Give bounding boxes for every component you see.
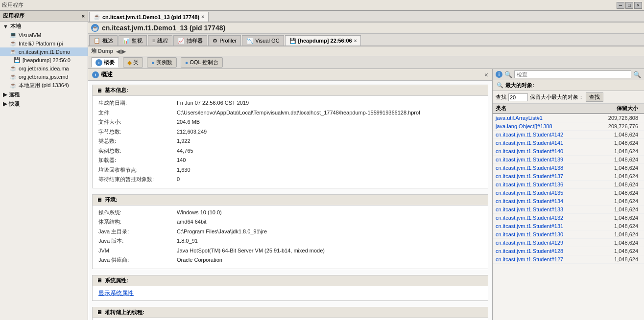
class-name-link[interactable]: cn.itcast.jvm.t1.Student#138 (496, 165, 597, 171)
app-title: cn.itcast.jvm.t1.Demo1_13 (pid 17748) (102, 24, 225, 32)
jetbrains-idea-icon: ☕ (10, 65, 17, 71)
class-name-link[interactable]: cn.itcast.jvm.t1.Student#133 (496, 206, 597, 212)
virtualvm-icon: 💻 (10, 32, 17, 38)
class-name-link[interactable]: cn.itcast.jvm.t1.Student#142 (496, 132, 597, 137)
heapdump-icon: 💾 (14, 57, 21, 63)
env-title: 🖥 环境: (93, 195, 488, 206)
sidebar-item-virtualvm[interactable]: 💻 VisualVM (0, 31, 88, 39)
info-instances: 实例总数: 44,765 (98, 147, 482, 155)
monitor-icon: 📊 (123, 38, 130, 44)
back-button[interactable]: ◀ (116, 48, 120, 55)
class-size: 1,048,624 (597, 248, 641, 254)
panel-content: 🖥 基本信息: 生成的日期: Fri Jun 07 22:56:06 CST 2… (88, 81, 492, 320)
sidebar-item-demo[interactable]: ☕ cn.itcast.jvm.t1.Demo (0, 47, 88, 56)
sidebar-title: 应用程序 (3, 12, 24, 20)
info-loaders: 加载器: 140 (98, 156, 482, 164)
main-tab-close[interactable]: × (201, 14, 204, 20)
right-panel-info-icon: i (496, 71, 502, 78)
query-count-input[interactable] (508, 93, 528, 101)
class-size: 1,048,624 (597, 173, 641, 179)
tab-heapdump[interactable]: 💾 [heapdump] 22:56:06 × (285, 35, 361, 46)
jetbrains-jps-icon: ☕ (10, 73, 17, 80)
info-arch: 体系结构: amd64 64bit (98, 218, 482, 226)
heapdump-tab-close[interactable]: × (354, 38, 357, 44)
tab-profiler[interactable]: ⚙ Profiler (208, 35, 241, 46)
table-row: cn.itcast.jvm.t1.Student#140 1,048,624 (493, 147, 644, 156)
info-pending: 等待结束的暂挂对象数: 0 (98, 175, 482, 183)
class-name-link[interactable]: cn.itcast.jvm.t1.Student#140 (496, 148, 597, 154)
class-name-link[interactable]: java.lang.Object[]#1388 (496, 123, 597, 129)
tab-monitor[interactable]: 📊 监视 (119, 35, 147, 46)
search-icon-btn[interactable]: 🔍 (633, 71, 641, 78)
table-row: java.util.ArrayList#1 209,726,808 (493, 114, 644, 122)
sidebar-item-remote[interactable]: ▶ 远程 (0, 90, 88, 99)
table-row: cn.itcast.jvm.t1.Student#127 1,048,624 (493, 255, 644, 264)
main-tab[interactable]: ☕ cn.itcast.jvm.t1.Demo1_13 (pid 17748) … (89, 12, 209, 22)
table-row: cn.itcast.jvm.t1.Student#136 1,048,624 (493, 181, 644, 189)
sidebar-item-jetbrains-idea[interactable]: ☕ org.jetbrains.idea.ma (0, 64, 88, 72)
nav-tab-class[interactable]: ◆ 类 (123, 57, 143, 68)
class-name-link[interactable]: cn.itcast.jvm.t1.Student#141 (496, 140, 597, 146)
class-name-link[interactable]: cn.itcast.jvm.t1.Student#130 (496, 231, 597, 237)
info-java-home: Java 主目录: C:\Program Files\Java\jdk1.8.0… (98, 228, 482, 236)
right-panel-header: i 🔍 🔍 (493, 69, 644, 80)
info-date: 生成的日期: Fri Jun 07 22:56:06 CST 2019 (98, 99, 482, 107)
overview-close-button[interactable]: × (484, 71, 488, 79)
maximize-button[interactable]: □ (625, 2, 633, 9)
sidebar-item-intellij[interactable]: ☕ IntelliJ Platform (pi (0, 39, 88, 47)
table-row: cn.itcast.jvm.t1.Student#129 1,048,624 (493, 239, 644, 247)
search-input[interactable] (514, 70, 631, 78)
heap-toolbar: 堆 Dump ◀ ▶ (88, 46, 644, 56)
nav-overview-icon: i (95, 59, 102, 66)
nav-tab-oql[interactable]: ● OQL 控制台 (181, 57, 223, 68)
class-name-link[interactable]: cn.itcast.jvm.t1.Student#137 (496, 173, 597, 179)
heap-threads-body: 显示线程 (93, 318, 488, 320)
nav-tab-overview[interactable]: i 概要 (91, 57, 119, 68)
sidebar-header-icon: × (82, 13, 85, 19)
class-name-link[interactable]: cn.itcast.jvm.t1.Student#127 (496, 256, 597, 262)
show-sys-props-link[interactable]: 显示系统属性 (98, 290, 134, 297)
class-name-link[interactable]: cn.itcast.jvm.t1.Student#128 (496, 248, 597, 254)
col-size-header: 保留大小 (597, 105, 641, 112)
info-jvm: JVM: Java HotSpot(TM) 64-Bit Server VM (… (98, 247, 482, 255)
sidebar-item-heapdump[interactable]: 💾 [heapdump] 22:56:0 (0, 56, 88, 64)
env-icon: 🖥 (96, 197, 102, 203)
tab-sampler[interactable]: 📈 抽样器 (173, 35, 207, 46)
class-size: 1,048,624 (597, 190, 641, 196)
table-row: cn.itcast.jvm.t1.Student#128 1,048,624 (493, 247, 644, 255)
class-size: 1,048,624 (597, 182, 641, 187)
nav-tab-instances[interactable]: ● 实例数 (147, 57, 177, 68)
tab-threads[interactable]: ≡ 线程 (148, 35, 172, 46)
info-bytes: 字节总数: 212,603,249 (98, 128, 482, 136)
search-objects-button[interactable]: 查找 (586, 92, 603, 102)
sidebar-item-jetbrains-jps[interactable]: ☕ org.jetbrains.jps.cmd (0, 72, 88, 81)
class-name-link[interactable]: cn.itcast.jvm.t1.Student#129 (496, 240, 597, 246)
class-name-link[interactable]: cn.itcast.jvm.t1.Student#135 (496, 190, 597, 196)
class-name-link[interactable]: cn.itcast.jvm.t1.Student#134 (496, 198, 597, 204)
heapdump-tab-icon: 💾 (289, 38, 296, 44)
toolbar-tabs: 📋 概述 📊 监视 ≡ 线程 📈 抽样器 ⚙ Profiler 📉 Visu (88, 34, 644, 46)
tab-visualgc[interactable]: 📉 Visual GC (242, 35, 284, 46)
sidebar: 应用程序 × ▼ 本地 💻 VisualVM ☕ IntelliJ Platfo… (0, 11, 88, 320)
tab-overview[interactable]: 📋 概述 (89, 35, 118, 46)
env-body: 操作系统: Windows 10 (10.0) 体系结构: amd64 64bi… (93, 206, 488, 269)
table-header: 类名 保留大小 (493, 104, 644, 114)
class-name-link[interactable]: cn.itcast.jvm.t1.Student#139 (496, 157, 597, 162)
query-row: 查找 保留大小最大的对象： 查找 (493, 91, 644, 104)
overview-info-icon: i (92, 71, 99, 78)
sidebar-item-local[interactable]: ▼ 本地 (0, 22, 88, 31)
title-bar: 应用程序 ─ □ × (0, 0, 644, 11)
sidebar-item-snapshot[interactable]: ▶ 快照 (0, 99, 88, 109)
nav-bar: i 概要 ◆ 类 ● 实例数 ● OQL 控制台 (88, 56, 644, 69)
largest-objects-title: 最大的对象: (505, 82, 534, 89)
close-window-button[interactable]: × (634, 2, 642, 9)
sidebar-item-local-app[interactable]: ☕ 本地应用 (pid 13364) (0, 81, 88, 90)
class-size: 1,048,624 (597, 215, 641, 221)
class-name-link[interactable]: cn.itcast.jvm.t1.Student#132 (496, 215, 597, 221)
class-name-link[interactable]: cn.itcast.jvm.t1.Student#131 (496, 223, 597, 229)
expand-snapshot-icon: ▶ (3, 101, 7, 107)
minimize-button[interactable]: ─ (617, 2, 624, 9)
class-name-link[interactable]: cn.itcast.jvm.t1.Student#136 (496, 182, 597, 187)
class-name-link[interactable]: java.util.ArrayList#1 (496, 115, 597, 121)
forward-button[interactable]: ▶ (121, 48, 126, 55)
